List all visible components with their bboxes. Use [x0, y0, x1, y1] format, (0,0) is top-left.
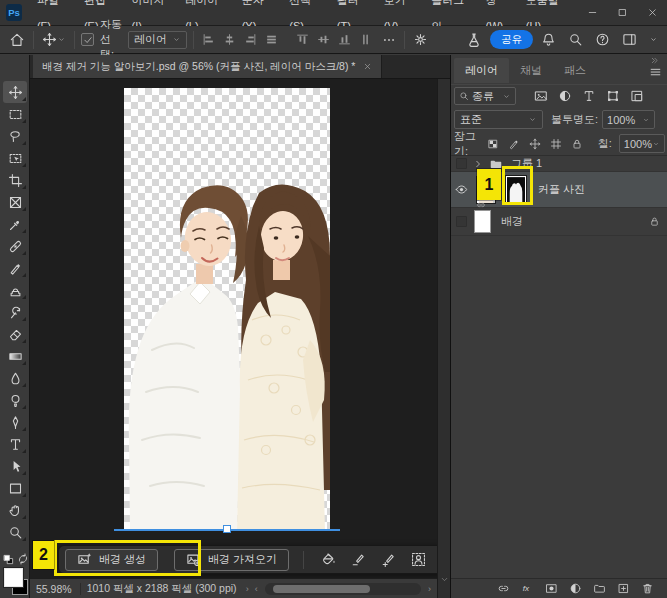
align-right-button[interactable] — [242, 31, 259, 48]
tool-eyedropper[interactable] — [3, 213, 27, 235]
settings-button[interactable] — [411, 30, 430, 49]
lock-all-button[interactable] — [569, 136, 585, 152]
tool-pen[interactable] — [3, 411, 27, 433]
tool-frame[interactable] — [3, 191, 27, 213]
collapse-panels-icon[interactable] — [650, 56, 659, 65]
tool-hand[interactable] — [3, 499, 27, 521]
brush-plus-button[interactable] — [376, 549, 400, 571]
panel-tab-1[interactable]: 채널 — [509, 58, 553, 83]
tool-healing-brush[interactable] — [3, 235, 27, 257]
lock-position-button[interactable] — [527, 136, 543, 152]
smart-object-filter-button[interactable] — [628, 87, 646, 105]
layer-thumbnail[interactable] — [474, 210, 491, 233]
tool-type[interactable] — [3, 433, 27, 455]
zoom-level-field[interactable]: 55.98% — [30, 583, 81, 595]
bell-button[interactable] — [539, 30, 558, 49]
new-adjustment-layer-button[interactable] — [569, 582, 582, 595]
transform-handle[interactable] — [223, 525, 231, 533]
opacity-field[interactable]: 100% — [602, 110, 655, 129]
distribute-vertical-button[interactable] — [357, 31, 374, 48]
tool-brush[interactable] — [3, 257, 27, 279]
filter-type-dropdown[interactable]: 종류 — [454, 87, 516, 105]
panel-tab-0[interactable]: 레이어 — [454, 58, 509, 83]
paint-bucket-button[interactable] — [316, 549, 340, 571]
layer-row-background[interactable]: 배경 — [451, 208, 667, 236]
help-button[interactable] — [593, 30, 612, 49]
panel-menu-icon[interactable] — [649, 65, 662, 78]
fill-field[interactable]: 100% — [619, 134, 665, 153]
visibility-toggle[interactable] — [451, 158, 471, 169]
visibility-toggle[interactable] — [451, 183, 471, 196]
status-popup-icon[interactable]: › — [243, 584, 252, 594]
maximize-button[interactable] — [607, 0, 637, 26]
type-layer-filter-button[interactable] — [580, 87, 598, 105]
more-options-button[interactable] — [380, 31, 398, 49]
new-layer-button[interactable] — [617, 582, 630, 595]
adjustment-layer-filter-button[interactable] — [556, 87, 574, 105]
select-subject-button[interactable] — [406, 549, 430, 571]
tool-eraser[interactable] — [3, 323, 27, 345]
align-center-horizontal-button[interactable] — [221, 31, 238, 48]
home-button[interactable] — [7, 30, 27, 50]
tool-object-selection[interactable] — [3, 147, 27, 169]
document-canvas[interactable] — [124, 88, 330, 531]
align-left-button[interactable] — [200, 31, 217, 48]
lock-transparent-button[interactable] — [485, 136, 501, 152]
link-layers-button[interactable] — [497, 582, 510, 595]
tool-rectangle[interactable] — [3, 477, 27, 499]
workspace-button[interactable] — [620, 30, 639, 49]
scrollbar-thumb[interactable] — [273, 585, 370, 593]
auto-select-dropdown[interactable]: 레이어 — [128, 31, 187, 49]
shape-layer-filter-button[interactable] — [604, 87, 622, 105]
default-colors-icon[interactable] — [3, 554, 14, 565]
lock-artboard-button[interactable] — [548, 136, 564, 152]
blend-mode-dropdown[interactable]: 표준 — [454, 110, 543, 129]
tool-move[interactable] — [3, 81, 27, 103]
chevron-right-icon[interactable] — [473, 159, 483, 169]
add-layer-mask-button[interactable] — [545, 582, 558, 595]
tool-clone-stamp[interactable] — [3, 279, 27, 301]
horizontal-scrollbar[interactable] — [265, 583, 421, 595]
brush-minus-button[interactable] — [346, 549, 370, 571]
scroll-right-icon[interactable]: › — [425, 584, 437, 594]
close-tab-icon[interactable] — [363, 62, 372, 71]
tool-blur[interactable] — [3, 367, 27, 389]
align-bottom-button[interactable] — [336, 31, 353, 48]
tool-lasso[interactable] — [3, 125, 27, 147]
panel-tab-2[interactable]: 패스 — [553, 58, 597, 83]
search-button[interactable] — [566, 30, 585, 49]
canvas-area[interactable]: 배경 생성 배경 가져오기 2 — [30, 79, 437, 578]
tool-zoom[interactable] — [3, 521, 27, 543]
lock-pixels-button[interactable] — [506, 136, 522, 152]
vertical-scrollbar[interactable] — [437, 79, 450, 598]
visibility-toggle[interactable] — [451, 216, 471, 227]
chevron-down-button[interactable] — [647, 33, 660, 46]
tool-history-brush[interactable] — [3, 301, 27, 323]
layer-lock-icon — [649, 216, 660, 227]
beta-features-button[interactable] — [464, 30, 484, 50]
tool-path-selection[interactable] — [3, 455, 27, 477]
blend-mode-row: 표준 불투명도: 100% — [451, 108, 667, 131]
pixel-layer-filter-button[interactable] — [532, 87, 550, 105]
delete-layer-button[interactable] — [641, 582, 654, 595]
new-group-button[interactable] — [593, 582, 606, 595]
document-tab[interactable]: 배경 제거 기능 알아보기.psd @ 56% (커플 사진, 레이어 마스크/… — [33, 55, 382, 78]
distribute-horizontal-button[interactable] — [263, 31, 280, 48]
layer-effects-button[interactable]: fx — [521, 582, 534, 595]
minimize-button[interactable] — [577, 0, 607, 26]
close-button[interactable] — [637, 0, 667, 26]
tool-gradient[interactable] — [3, 345, 27, 367]
tool-crop[interactable] — [3, 169, 27, 191]
brush-minus-icon — [351, 552, 366, 567]
scroll-left-icon[interactable]: ‹ — [252, 584, 261, 594]
tool-preset-button[interactable] — [40, 30, 68, 49]
foreground-color-swatch[interactable] — [4, 568, 23, 587]
align-top-button[interactable] — [294, 31, 311, 48]
tool-marquee[interactable] — [3, 103, 27, 125]
auto-select-checkbox[interactable] — [81, 33, 94, 46]
align-center-vertical-button[interactable] — [315, 31, 332, 48]
share-button[interactable]: 공유 — [490, 30, 533, 49]
swap-colors-icon[interactable] — [17, 553, 29, 565]
svg-text:fx: fx — [523, 584, 530, 593]
tool-dodge[interactable] — [3, 389, 27, 411]
